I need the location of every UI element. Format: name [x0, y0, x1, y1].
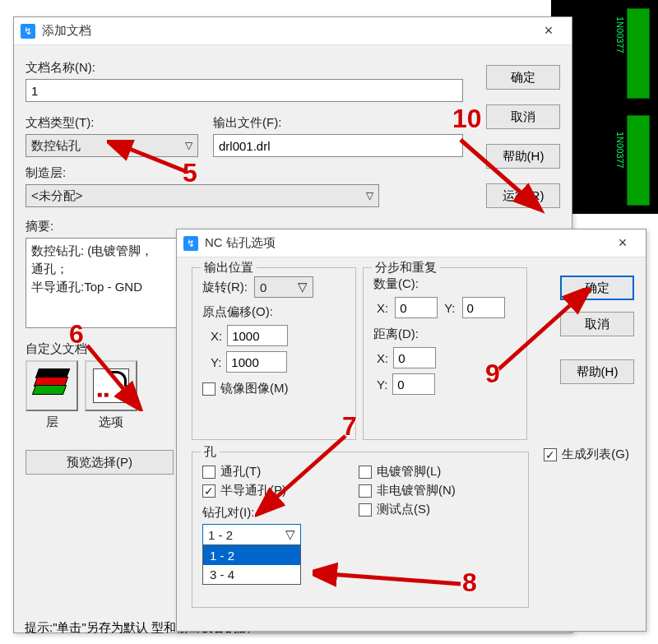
- count-x-label: X:: [377, 301, 388, 315]
- step-repeat-legend: 分步和重复: [372, 260, 440, 276]
- rotate-label: 旋转(R):: [202, 280, 248, 295]
- preview-button[interactable]: 预览选择(P): [25, 450, 174, 475]
- origin-x-label: X:: [211, 329, 222, 343]
- dist-y-label: Y:: [377, 378, 387, 391]
- ok-button[interactable]: 确定: [560, 276, 634, 300]
- titlebar[interactable]: 添加文档 ×: [14, 17, 572, 45]
- chevron-down-icon: ▽: [366, 190, 373, 202]
- nonplated-pin-checkbox[interactable]: 非电镀管脚(N): [359, 483, 456, 498]
- chevron-down-icon: ▽: [298, 280, 308, 294]
- chevron-down-icon: ▽: [285, 527, 295, 542]
- doc-type-value: 数控钻孔: [31, 138, 81, 154]
- drill-pair-combo[interactable]: 1 - 2▽ 1 - 2 3 - 4: [202, 524, 301, 545]
- holes-group: 孔 通孔(T) 半导通孔(P) 钻孔对(I): 1 - 2▽ 1 - 2 3 -…: [192, 452, 529, 608]
- holes-legend: 孔: [201, 444, 220, 460]
- help-button[interactable]: 帮助(H): [560, 359, 634, 384]
- fab-layer-label: 制造层:: [25, 165, 463, 181]
- generate-list-checkbox[interactable]: 生成列表(G): [544, 447, 629, 462]
- app-icon: [183, 236, 198, 251]
- plated-pin-checkbox[interactable]: 电镀管脚(L): [359, 464, 456, 480]
- fab-layer-value: <未分配>: [31, 188, 83, 204]
- doc-type-combo[interactable]: 数控钻孔 ▽: [25, 134, 198, 157]
- partial-via-checkbox[interactable]: 半导通孔(P): [202, 483, 359, 498]
- drill-pair-value: 1 - 2: [208, 528, 233, 542]
- cancel-button[interactable]: 取消: [560, 312, 634, 336]
- drill-pair-option[interactable]: 1 - 2: [203, 546, 300, 565]
- layers-button[interactable]: [25, 360, 78, 411]
- help-button[interactable]: 帮助(H): [486, 144, 560, 169]
- count-label: 数量(C):: [373, 276, 517, 292]
- testpoint-checkbox[interactable]: 测试点(S): [359, 502, 456, 517]
- fab-layer-combo[interactable]: <未分配> ▽: [25, 184, 379, 207]
- chevron-down-icon: ▽: [185, 140, 192, 151]
- rotate-value: 0: [260, 280, 266, 294]
- output-file-input[interactable]: [213, 134, 463, 157]
- rotate-combo[interactable]: 0 ▽: [254, 276, 313, 298]
- origin-y-input[interactable]: [226, 351, 287, 373]
- doc-name-input[interactable]: [25, 79, 463, 102]
- count-y-label: Y:: [444, 301, 455, 315]
- options-button[interactable]: [85, 360, 137, 411]
- output-position-legend: 输出位置: [201, 260, 257, 276]
- mirror-checkbox[interactable]: 镜像图像(M): [202, 381, 345, 396]
- dist-y-input[interactable]: [392, 373, 435, 395]
- ok-button[interactable]: 确定: [486, 65, 560, 90]
- layers-caption: 层: [25, 415, 78, 430]
- layers-icon: [34, 368, 70, 403]
- drill-pair-dropdown-list: 1 - 2 3 - 4: [202, 545, 301, 585]
- step-repeat-group: 分步和重复 数量(C): X: Y: 距离(D): X: Y:: [363, 267, 527, 440]
- dist-x-label: X:: [377, 351, 388, 365]
- cancel-button[interactable]: 取消: [486, 104, 560, 129]
- close-icon[interactable]: ×: [606, 234, 639, 252]
- options-caption: 选项: [85, 415, 137, 430]
- output-file-label: 输出文件(F):: [213, 115, 463, 131]
- dialog-title: NC 钻孔选项: [205, 235, 606, 251]
- count-x-input[interactable]: [395, 297, 438, 318]
- origin-label: 原点偏移(O):: [202, 304, 345, 320]
- doc-type-label: 文档类型(T):: [25, 115, 198, 131]
- through-hole-checkbox[interactable]: 通孔(T): [202, 464, 359, 480]
- run-button[interactable]: 运行(R): [486, 183, 560, 208]
- options-icon: [93, 368, 129, 403]
- count-y-input[interactable]: [462, 297, 505, 318]
- dist-x-input[interactable]: [393, 347, 436, 368]
- app-icon: [21, 24, 35, 39]
- distance-label: 距离(D):: [373, 327, 517, 342]
- origin-y-label: Y:: [211, 355, 221, 369]
- doc-name-label: 文档名称(N):: [25, 60, 463, 76]
- titlebar[interactable]: NC 钻孔选项 ×: [177, 229, 646, 257]
- drill-pair-label: 钻孔对(I):: [202, 505, 359, 521]
- nc-drill-options-dialog: NC 钻孔选项 × 确定 取消 帮助(H) 输出位置 旋转(R): 0 ▽ 原点…: [176, 229, 646, 632]
- output-position-group: 输出位置 旋转(R): 0 ▽ 原点偏移(O): X: Y:: [192, 267, 356, 440]
- origin-x-input[interactable]: [227, 325, 288, 346]
- summary-text: 数控钻孔: (电镀管脚， 通孔； 半导通孔:Top - GND: [25, 238, 182, 328]
- dialog-title: 添加文档: [42, 23, 532, 39]
- close-icon[interactable]: ×: [532, 22, 565, 39]
- drill-pair-option[interactable]: 3 - 4: [203, 565, 300, 584]
